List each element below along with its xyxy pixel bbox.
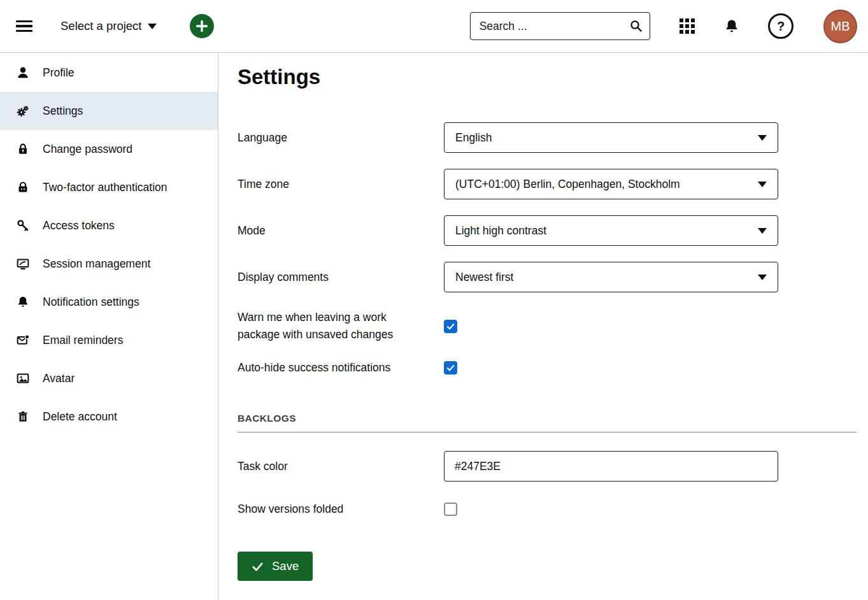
sidebar-item-change-password[interactable]: Change password [0, 130, 218, 168]
task-color-row: Task color [238, 451, 857, 482]
time-zone-select[interactable]: (UTC+01:00) Berlin, Copenhagen, Stockhol… [444, 169, 778, 199]
chevron-down-icon [758, 228, 767, 234]
sidebar-item-settings[interactable]: Settings [0, 92, 218, 130]
task-color-input[interactable] [444, 451, 778, 482]
language-row: Language English [238, 122, 857, 153]
person-icon [16, 66, 30, 80]
show-versions-folded-checkbox[interactable] [444, 503, 457, 516]
check-icon [446, 363, 455, 373]
show-versions-folded-row: Show versions folded [238, 499, 857, 518]
hamburger-menu-icon[interactable] [16, 20, 32, 32]
question-mark-icon: ? [777, 19, 785, 34]
plus-icon [194, 18, 210, 34]
sidebar-item-label: Avatar [43, 372, 75, 385]
sidebar-item-profile[interactable]: Profile [0, 54, 218, 92]
time-zone-select-value: (UTC+01:00) Berlin, Copenhagen, Stockhol… [455, 178, 680, 191]
project-selector[interactable]: Select a project [60, 19, 157, 33]
time-zone-row: Time zone (UTC+01:00) Berlin, Copenhagen… [238, 169, 857, 199]
autohide-success-row: Auto-hide success notifications [238, 358, 857, 377]
sidebar-item-label: Delete account [43, 410, 117, 424]
sidebar-item-access-tokens[interactable]: Access tokens [0, 206, 218, 245]
mode-row: Mode Light high contrast [238, 215, 857, 246]
global-search [470, 12, 650, 40]
sidebar-item-label: Session management [43, 257, 150, 271]
language-select[interactable]: English [444, 122, 778, 153]
image-icon [16, 371, 30, 385]
sidebar-item-label: Notification settings [43, 296, 139, 309]
sidebar-item-label: Email reminders [43, 334, 123, 347]
gears-icon [16, 104, 30, 118]
display-comments-select[interactable]: Newest first [444, 262, 778, 292]
sidebar-item-label: Change password [43, 143, 132, 156]
sidebar-item-avatar[interactable]: Avatar [0, 359, 218, 397]
user-avatar[interactable]: MB [823, 10, 857, 43]
show-versions-folded-label: Show versions folded [238, 503, 444, 516]
check-icon [252, 561, 264, 573]
backlogs-section-heading: BACKLOGS [238, 413, 857, 432]
save-button-label: Save [272, 559, 299, 573]
language-label: Language [238, 131, 444, 145]
autohide-success-label: Auto-hide success notifications [238, 361, 444, 375]
sidebar-item-delete-account[interactable]: Delete account [0, 397, 218, 436]
avatar-initials: MB [831, 19, 850, 34]
top-bar: Select a project [0, 0, 868, 53]
monitor-icon [16, 257, 30, 271]
sidebar-item-session-management[interactable]: Session management [0, 245, 218, 283]
display-comments-select-value: Newest first [455, 271, 513, 284]
warn-unsaved-label: Warn me when leaving a work package with… [238, 309, 416, 343]
chevron-down-icon [758, 275, 767, 280]
key-icon [16, 218, 30, 232]
mode-select-value: Light high contrast [455, 224, 546, 238]
topbar-right-group: ? MB [470, 10, 857, 43]
settings-main-panel: Settings Language English Time zone (UTC… [219, 54, 868, 600]
chevron-down-icon [758, 182, 767, 187]
check-icon [446, 322, 455, 331]
task-color-label: Task color [238, 460, 444, 473]
language-select-value: English [455, 131, 492, 145]
envelope-icon [16, 333, 30, 347]
warn-unsaved-checkbox[interactable] [444, 320, 457, 333]
chevron-down-icon [758, 135, 767, 141]
project-selector-label: Select a project [60, 19, 142, 33]
trash-icon [16, 410, 30, 424]
sidebar-item-notification-settings[interactable]: Notification settings [0, 283, 218, 321]
add-project-button[interactable] [190, 14, 214, 38]
sidebar-item-label: Profile [43, 66, 75, 80]
help-button[interactable]: ? [768, 13, 793, 39]
display-comments-label: Display comments [238, 271, 444, 284]
warn-unsaved-row: Warn me when leaving a work package with… [238, 308, 857, 344]
sidebar-item-two-factor-authentication[interactable]: Two-factor authentication [0, 168, 218, 206]
bell-icon [16, 295, 30, 309]
display-comments-row: Display comments Newest first [238, 262, 857, 292]
time-zone-label: Time zone [238, 178, 444, 191]
save-button[interactable]: Save [238, 552, 313, 581]
search-icon[interactable] [629, 18, 644, 36]
sidebar-item-label: Settings [43, 104, 83, 118]
sidebar-item-email-reminders[interactable]: Email reminders [0, 321, 218, 359]
search-input[interactable] [470, 12, 650, 40]
account-settings-sidebar: Profile [0, 54, 218, 600]
autohide-success-checkbox[interactable] [444, 361, 457, 375]
lock-icon [16, 142, 30, 156]
sidebar-item-label: Two-factor authentication [43, 181, 167, 194]
page-title: Settings [238, 65, 857, 89]
mode-label: Mode [238, 224, 444, 238]
lock-2fa-icon [16, 180, 30, 194]
apps-grid-icon[interactable] [679, 18, 695, 34]
sidebar-item-label: Access tokens [43, 219, 115, 232]
notifications-bell-icon[interactable] [723, 18, 740, 34]
mode-select[interactable]: Light high contrast [444, 215, 778, 246]
chevron-down-icon [148, 24, 157, 29]
